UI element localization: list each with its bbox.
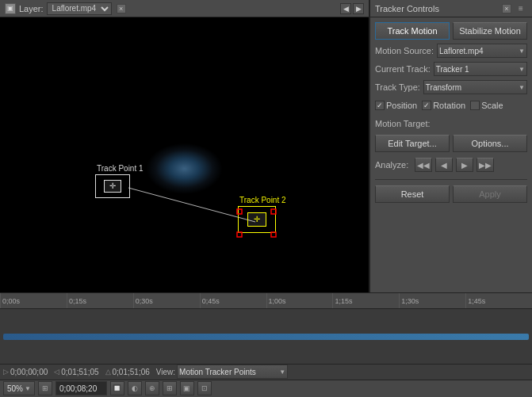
nav-prev-arrow[interactable]: ◀	[340, 3, 351, 14]
track-type-row: Track Type: Transform ▼	[375, 80, 527, 94]
current-track-row: Current Track: Tracker 1 ▼	[375, 62, 527, 76]
track-point-1-label: Track Point 1	[95, 164, 145, 173]
ruler-tick-7: 1;45s	[465, 293, 532, 308]
track-point-2-inner-box: ✛	[247, 212, 266, 227]
timecode2-icon: ◁	[54, 368, 59, 376]
track-type-arrow: ▼	[519, 84, 525, 91]
view-dropdown-arrow: ▼	[279, 368, 285, 376]
position-checkbox-item: ✓ Position	[375, 101, 417, 110]
track-point-1-inner-box: ✛	[104, 180, 121, 193]
tool-btn-1[interactable]: 🔲	[110, 381, 124, 395]
zoom-arrow: ▼	[25, 385, 31, 392]
track-point-2-cross: ✛	[254, 216, 260, 223]
panel-icon: ▣	[5, 3, 16, 14]
view-dropdown[interactable]: Motion Tracker Points ▼	[177, 365, 288, 379]
analyze-row: Analyze: ◀◀ ◀ ▶ ▶▶	[375, 156, 527, 174]
scale-checkbox[interactable]: ✓	[470, 101, 480, 110]
analyze-next-next-btn[interactable]: ▶▶	[477, 158, 494, 172]
ruler-tick-5: 1;15s	[332, 293, 399, 308]
stabilize-motion-button[interactable]: Stabilize Motion	[453, 22, 527, 40]
timecode1-value: 0;00;00;00	[10, 368, 48, 376]
timecode1-icon: ▷	[3, 368, 9, 376]
ruler-tick-3: 0;45s	[200, 293, 266, 308]
track-line-svg	[0, 17, 369, 292]
ruler-tick-6: 1;30s	[399, 293, 465, 308]
motion-target-row: Motion Target:	[375, 116, 527, 131]
track-point-2[interactable]: Track Point 2 ✛	[238, 196, 288, 233]
timecode2-value: 0;01;51;05	[61, 368, 98, 376]
tracker-panel-title: Tracker Controls	[375, 4, 499, 13]
zoom-value: 50%	[7, 384, 23, 393]
reset-apply-row: Reset Apply	[375, 185, 527, 203]
layer-panel-close[interactable]: ×	[117, 4, 126, 13]
timeline-area: 0;00s 0;15s 0;30s 0;45s 1;00s 1;15s 1;30…	[0, 292, 532, 364]
layer-filename-dropdown[interactable]: Lafloret.mp4	[47, 2, 112, 15]
eye-image: Track Point 1 ✛ Track Point 2 ✛	[0, 17, 369, 292]
ruler-bar: 0;00s 0;15s 0;30s 0;45s 1;00s 1;15s 1;30…	[0, 293, 532, 308]
layer-panel: ▣ Layer: Lafloret.mp4 × ◀ ▶ Track Point …	[0, 0, 369, 292]
status-row2: 50% ▼ ⊞ 0;00;08;20 🔲 ◐ ⊕ ⊞ ▣ ⊡	[0, 380, 532, 397]
panel-header: ▣ Layer: Lafloret.mp4 × ◀ ▶	[0, 0, 369, 17]
timecode1-item: ▷ 0;00;00;00	[3, 368, 48, 376]
tool-btn-5[interactable]: ▣	[180, 381, 194, 395]
time-value: 0;00;08;20	[59, 384, 97, 393]
ruler-tick-0: 0;00s	[0, 293, 67, 308]
tracker-header: Tracker Controls × ≡	[370, 0, 532, 17]
current-track-dropdown[interactable]: Tracker 1 ▼	[434, 62, 527, 76]
motion-target-label: Motion Target:	[375, 119, 431, 128]
options-button[interactable]: Options...	[453, 135, 527, 152]
tracker-menu-btn[interactable]: ≡	[515, 2, 527, 15]
fit-btn[interactable]: ⊞	[38, 381, 52, 395]
track-type-value: Transform	[426, 83, 461, 92]
track-motion-button[interactable]: Track Motion	[375, 22, 450, 40]
view-value: Motion Tracker Points	[179, 368, 256, 376]
timeline-content	[0, 309, 532, 364]
timeline-blue-bar[interactable]	[3, 334, 529, 340]
zoom-dropdown[interactable]: 50% ▼	[3, 381, 35, 395]
timecode2-item: ◁ 0;01;51;05	[54, 368, 98, 376]
tool-btn-6[interactable]: ⊡	[197, 381, 212, 395]
track-point-1-outer-box: ✛	[95, 174, 130, 198]
timeline-ruler: 0;00s 0;15s 0;30s 0;45s 1;00s 1;15s 1;30…	[0, 293, 532, 309]
viewport: Track Point 1 ✛ Track Point 2 ✛	[0, 17, 369, 292]
apply-button[interactable]: Apply	[453, 185, 527, 203]
nav-next-arrow[interactable]: ▶	[353, 3, 364, 14]
nav-arrows: ◀ ▶	[340, 3, 364, 14]
analyze-prev-btn[interactable]: ◀	[435, 158, 453, 172]
scale-label: Scale	[481, 101, 503, 110]
status-bar: ▷ 0;00;00;00 ◁ 0;01;51;05 △ 0;01;51;06 V…	[0, 364, 532, 397]
rotation-checkbox[interactable]: ✓	[422, 101, 431, 110]
timecode3-item: △ 0;01;51;06	[105, 368, 150, 376]
time-field[interactable]: 0;00;08;20	[55, 381, 107, 395]
analyze-label: Analyze:	[375, 160, 408, 170]
analyze-prev-prev-btn[interactable]: ◀◀	[415, 158, 432, 172]
tool-btn-2[interactable]: ◐	[128, 381, 142, 395]
track-type-label: Track Type:	[375, 82, 420, 92]
svg-line-0	[128, 188, 255, 222]
scale-checkbox-item: ✓ Scale	[470, 101, 503, 110]
current-track-value: Tracker 1	[436, 65, 469, 74]
position-checkbox[interactable]: ✓	[375, 101, 385, 110]
tracker-body: Track Motion Stabilize Motion Motion Sou…	[370, 17, 532, 208]
view-label: View:	[156, 368, 175, 376]
rotation-checkbox-item: ✓ Rotation	[422, 101, 465, 110]
divider	[375, 179, 527, 180]
ruler-tick-4: 1;00s	[266, 293, 333, 308]
tracker-close-btn[interactable]: ×	[502, 4, 511, 13]
track-point-1-cross: ✛	[109, 182, 116, 190]
reset-button[interactable]: Reset	[375, 185, 450, 203]
current-track-arrow: ▼	[519, 66, 525, 73]
tool-btn-3[interactable]: ⊕	[145, 381, 159, 395]
ruler-tick-2: 0;30s	[133, 293, 200, 308]
tool-btn-4[interactable]: ⊞	[163, 381, 177, 395]
motion-source-arrow: ▼	[519, 48, 525, 55]
timecode3-value: 0;01;51;06	[113, 368, 150, 376]
motion-source-value: Lafloret.mp4	[439, 47, 484, 55]
track-point-1[interactable]: Track Point 1 ✛	[95, 164, 145, 198]
motion-source-dropdown[interactable]: Lafloret.mp4 ▼	[437, 44, 527, 58]
edit-target-button[interactable]: Edit Target...	[375, 135, 450, 152]
motion-source-row: Motion Source: Lafloret.mp4 ▼	[375, 44, 527, 58]
analyze-next-btn[interactable]: ▶	[456, 158, 473, 172]
main-area: ▣ Layer: Lafloret.mp4 × ◀ ▶ Track Point …	[0, 0, 532, 292]
track-type-dropdown[interactable]: Transform ▼	[423, 80, 527, 94]
